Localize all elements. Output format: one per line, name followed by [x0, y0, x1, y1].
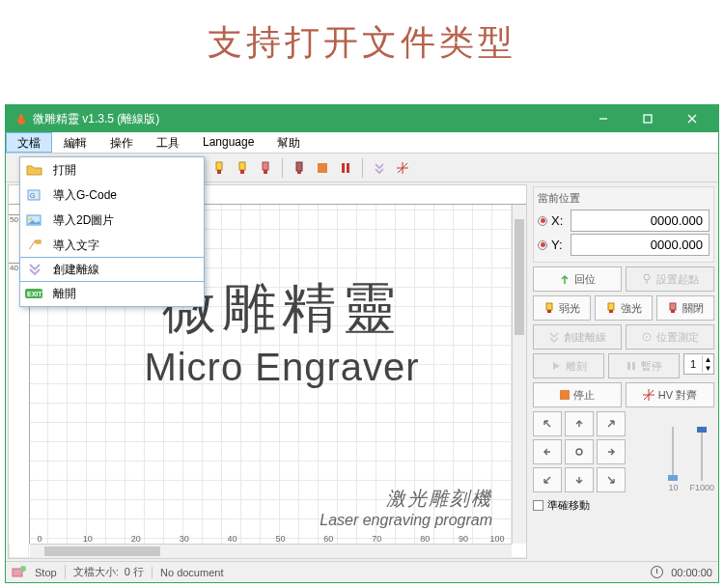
svg-point-41	[20, 566, 26, 572]
elapsed-time: 00:00:00	[671, 567, 712, 578]
tool-pause[interactable]	[335, 157, 356, 179]
tool-weak-light[interactable]	[209, 157, 230, 179]
jog-left[interactable]	[533, 439, 562, 464]
tool-strong-light[interactable]	[232, 157, 253, 179]
menu-file[interactable]: 文檔	[6, 132, 52, 153]
stepper-down[interactable]: ▼	[702, 364, 713, 373]
pin-icon	[641, 273, 653, 285]
svg-rect-27	[547, 310, 551, 313]
home-icon	[559, 273, 571, 285]
svg-rect-5	[217, 170, 221, 174]
play-icon	[550, 360, 562, 372]
menu-label: 打開	[53, 162, 76, 179]
menu-exit[interactable]: EXIT 離開	[20, 281, 204, 306]
svg-rect-9	[264, 170, 267, 174]
jog-up-left[interactable]	[533, 411, 562, 436]
pause-button[interactable]: 暫停	[608, 353, 680, 378]
svg-rect-4	[216, 162, 222, 170]
close-button[interactable]	[670, 105, 714, 132]
light-icon	[543, 302, 555, 314]
slider-left-label: 10	[668, 483, 678, 492]
svg-rect-7	[240, 170, 244, 174]
offline-icon	[24, 261, 45, 278]
jog-up[interactable]	[565, 411, 594, 436]
maximize-button[interactable]	[626, 105, 670, 132]
tool-stop[interactable]	[312, 157, 333, 179]
menu-label: 導入G-Code	[53, 187, 117, 204]
hv-align-button[interactable]: HV 對齊	[626, 382, 714, 407]
stop-button[interactable]: 停止	[533, 382, 622, 407]
menu-label: 導入文字	[53, 238, 99, 254]
exit-icon: EXIT	[24, 285, 45, 302]
svg-rect-34	[627, 362, 630, 370]
tool-hv-align[interactable]	[392, 157, 413, 179]
accurate-checkbox[interactable]	[533, 500, 543, 511]
canvas-subtitle: 激光雕刻機 Laser engraving program	[320, 486, 492, 529]
engrave-button[interactable]: 雕刻	[533, 353, 604, 378]
svg-rect-11	[297, 171, 301, 174]
app-window: 微雕精靈 v1.3.5 (離線版) 文檔 編輯 操作 工具 Language 幫…	[5, 104, 719, 583]
svg-rect-12	[342, 163, 345, 173]
menu-create-offline[interactable]: 創建離線	[19, 257, 205, 282]
repeat-value[interactable]	[684, 358, 702, 370]
svg-rect-29	[609, 310, 613, 313]
radio-x[interactable]	[538, 216, 547, 226]
tool-engrave[interactable]	[289, 157, 310, 179]
scrollbar-vertical[interactable]	[512, 205, 526, 544]
menu-label: 離開	[53, 286, 76, 302]
menu-open[interactable]: 打開	[20, 157, 204, 182]
jog-down-right[interactable]	[597, 467, 626, 492]
create-offline-button[interactable]: 創建離線	[533, 324, 622, 350]
power-slider[interactable]	[672, 427, 674, 481]
jog-center[interactable]	[565, 439, 594, 464]
stop-icon	[560, 390, 570, 400]
menu-label: 導入2D圖片	[53, 212, 114, 229]
accurate-label: 準確移動	[547, 498, 590, 513]
svg-rect-13	[347, 163, 349, 173]
strong-light-button[interactable]: 強光	[595, 295, 653, 321]
menu-help[interactable]: 幫助	[265, 132, 312, 153]
menu-edit[interactable]: 編輯	[52, 132, 98, 153]
jog-pad	[533, 411, 626, 492]
jog-down-left[interactable]	[533, 467, 562, 492]
svg-rect-26	[546, 303, 552, 310]
light-off-icon	[667, 302, 679, 314]
size-label: 文檔大小: 0 行	[65, 565, 144, 579]
svg-point-24	[644, 274, 650, 280]
light-off-button[interactable]: 關閉	[656, 295, 714, 321]
subtitle-cn: 激光雕刻機	[320, 486, 492, 512]
tool-light-off[interactable]	[255, 157, 276, 179]
stepper-up[interactable]: ▲	[702, 355, 713, 364]
svg-point-33	[646, 336, 648, 338]
svg-rect-1	[644, 115, 652, 123]
scrollbar-horizontal[interactable]	[30, 544, 512, 558]
file-menu-dropdown: 打開 G 導入G-Code 導入2D圖片 導入文字 創建離線 EXIT 離開	[19, 156, 205, 307]
speed-slider[interactable]	[701, 427, 703, 481]
titlebar: 微雕精靈 v1.3.5 (離線版)	[6, 105, 718, 132]
svg-rect-30	[670, 303, 676, 310]
jog-right[interactable]	[597, 439, 626, 464]
separator	[362, 158, 363, 178]
svg-point-20	[30, 218, 33, 221]
menu-operate[interactable]: 操作	[98, 132, 145, 153]
menu-language[interactable]: Language	[191, 132, 265, 153]
minimize-button[interactable]	[581, 105, 626, 132]
svg-text:EXIT: EXIT	[27, 291, 42, 297]
jog-down[interactable]	[565, 467, 594, 492]
slider-right-label: F1000	[689, 483, 714, 492]
radio-y[interactable]	[538, 240, 547, 250]
svg-rect-10	[296, 162, 302, 171]
set-origin-button[interactable]: 設置起點	[626, 266, 714, 292]
offline-icon	[548, 331, 560, 343]
repeat-stepper[interactable]: ▲▼	[683, 353, 714, 375]
menu-tools[interactable]: 工具	[145, 132, 191, 153]
position-measure-button[interactable]: 位置測定	[626, 324, 714, 350]
menu-import-text[interactable]: 導入文字	[20, 233, 204, 258]
tool-offline[interactable]	[369, 157, 390, 179]
jog-up-right[interactable]	[597, 411, 626, 436]
weak-light-button[interactable]: 弱光	[533, 295, 591, 321]
gcode-icon: G	[24, 186, 45, 204]
menu-import-image[interactable]: 導入2D圖片	[20, 208, 204, 233]
menu-import-gcode[interactable]: G 導入G-Code	[20, 182, 204, 208]
home-button[interactable]: 回位	[533, 266, 622, 292]
